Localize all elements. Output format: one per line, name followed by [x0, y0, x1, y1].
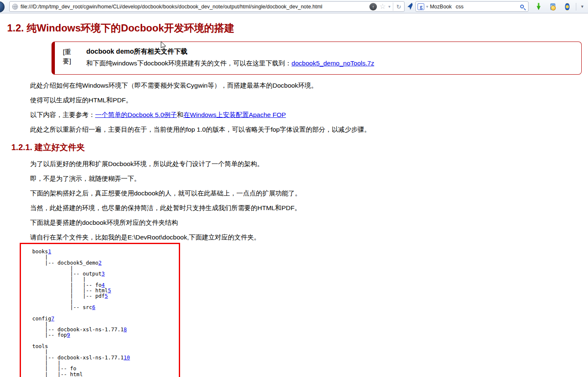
- reference-prefix: 以下内容，主要参考：: [30, 111, 95, 118]
- tree-line: |-- fop9: [32, 332, 179, 338]
- bookmark-star-icon[interactable]: ☆: [379, 3, 386, 10]
- search-input[interactable]: MozBook css: [430, 4, 518, 10]
- footnote-link[interactable]: 8: [124, 326, 127, 333]
- globe-icon: [12, 4, 18, 10]
- footnote-link[interactable]: 6: [92, 304, 95, 310]
- subsection-heading: 1.2.1. 建立好文件夹: [11, 142, 588, 153]
- tree-line: books1: [32, 249, 179, 254]
- important-label: [重要]: [63, 47, 77, 68]
- tree-line: [32, 310, 179, 315]
- url-dropdown-icon[interactable]: ▾: [388, 4, 390, 9]
- paragraph: 此处介绍如何在纯Windows环境下（即不需要额外安装Cygwin等），而搭建最…: [30, 82, 588, 89]
- paragraph: 下面就是要搭建的docbook环境所对应的文件夹结构: [30, 219, 588, 226]
- tree-line: [32, 338, 179, 343]
- tree-line: | |-- html5: [32, 288, 179, 293]
- tree-line: | |: [32, 360, 179, 366]
- tree-line: | |-- pdf5: [32, 293, 179, 299]
- google-engine-icon[interactable]: g: [418, 3, 424, 10]
- footnote-link[interactable]: 2: [98, 260, 102, 266]
- tree-line: |-- docbook-xsl-ns-1.77.110: [32, 355, 179, 360]
- search-bar[interactable]: g ▾ MozBook css: [415, 1, 529, 12]
- tree-line: | |-- fo: [32, 366, 179, 371]
- url-input[interactable]: file:///D:/tmp/tmp_dev_root/cgwin/home/C…: [21, 4, 367, 10]
- section-heading: 1.2. 纯Windows环境下的Docbook开发环境的搭建: [7, 21, 588, 35]
- paragraph: 下面的架构搭好之后，真正想要使用docbook的人，就可以在此基础上，一点点的扩…: [30, 190, 588, 197]
- reference-middle: 和: [177, 111, 184, 118]
- reference-paragraph: 以下内容，主要参考：一个简单的Docbook 5.0例子和在Windows上安装…: [30, 111, 588, 119]
- tree-line: | |-- html: [32, 372, 179, 377]
- tree-line: tools: [32, 343, 179, 349]
- tree-line: |: [32, 254, 179, 260]
- footnote-link[interactable]: 9: [67, 332, 70, 338]
- tree-line: |-- docbook-xsl-ns-1.77.18: [32, 327, 179, 332]
- url-bar[interactable]: file:///D:/tmp/tmp_dev_root/cgwin/home/C…: [9, 1, 405, 12]
- downloads-icon[interactable]: [536, 3, 540, 10]
- tree-listing: books1 | |-- docbook5_demo2 | |-- output…: [32, 249, 179, 377]
- toolbar-divider: [576, 3, 576, 10]
- important-body-text: 和下面纯windows下docbook环境搭建有关的文件，可以在这里下载到：: [86, 60, 291, 67]
- tree-line: |: [32, 321, 179, 327]
- addon-badge-icon[interactable]: [565, 3, 570, 10]
- footnote-link[interactable]: 1: [48, 248, 52, 255]
- paragraph: 当然，此处搭建的环境，也尽量的保持简洁，此处暂时只支持生成我们所需要的HTML和…: [30, 204, 588, 212]
- tree-line: |: [32, 265, 179, 271]
- engine-dropdown-icon[interactable]: ▾: [426, 4, 428, 9]
- tree-line: |-- docbook5_demo2: [32, 260, 179, 265]
- important-title: docbook demo所有相关文件下载: [86, 47, 374, 56]
- footnote-link[interactable]: 7: [51, 315, 54, 322]
- footnote-link[interactable]: 3: [102, 270, 105, 277]
- back-button[interactable]: [0, 1, 5, 13]
- bookmark-plane-icon[interactable]: [407, 3, 413, 10]
- tree-line: |-- src6: [32, 304, 179, 310]
- download-7z-link[interactable]: docbook5_demo_noTools.7z: [291, 60, 374, 67]
- paragraph: 即，不是为了演示，就随便糊弄一下。: [30, 175, 588, 182]
- folder-tree-box: books1 | |-- docbook5_demo2 | |-- output…: [20, 243, 180, 377]
- overflow-dropdown-icon[interactable]: ▾: [580, 4, 585, 9]
- important-admonition: [重要] docbook demo所有相关文件下载 和下面纯windows下do…: [52, 42, 582, 75]
- mouse-cursor: [160, 41, 167, 50]
- apache-fop-link[interactable]: 在Windows上安装配置Apache FOP: [183, 111, 286, 118]
- search-icon[interactable]: [520, 5, 524, 8]
- important-body: 和下面纯windows下docbook环境搭建有关的文件，可以在这里下载到：do…: [86, 59, 374, 68]
- tree-line: |: [32, 299, 179, 304]
- footnote-link[interactable]: 5: [105, 293, 108, 299]
- paragraph: 为了以后更好的使用和扩展Docbook环境，所以此处专门设计了一个简单的架构。: [30, 160, 588, 168]
- tree-line: |: [32, 349, 179, 354]
- addon-window-icon[interactable]: [550, 3, 555, 10]
- footnote-link[interactable]: 10: [124, 354, 130, 361]
- docbook-example-link[interactable]: 一个简单的Docbook 5.0例子: [95, 111, 177, 118]
- paragraph: 此处之所以重新介绍一遍，主要目的在于，当前使用的fop 1.0的版本，可以省略关…: [30, 126, 588, 133]
- document-page: 1.2. 纯Windows环境下的Docbook开发环境的搭建 [重要] doc…: [0, 21, 588, 377]
- tree-line: config7: [32, 316, 179, 321]
- tree-line: |-- output3: [32, 271, 179, 276]
- paragraph: 使得可以生成对应的HTML和PDF。: [30, 96, 588, 104]
- important-content: docbook demo所有相关文件下载 和下面纯windows下docbook…: [86, 47, 374, 68]
- paragraph: 请自行在某个文件夹，比如我的是E:\DevRoot\docbook,下面建立对应…: [30, 234, 588, 241]
- go-up-icon[interactable]: ↑: [369, 3, 377, 10]
- footnote-link[interactable]: 5: [108, 287, 111, 294]
- tree-line: | |: [32, 276, 179, 282]
- browser-toolbar: file:///D:/tmp/tmp_dev_root/cgwin/home/C…: [0, 0, 588, 13]
- reload-icon[interactable]: ↻: [393, 3, 403, 11]
- tree-line: | |-- fo4: [32, 282, 179, 288]
